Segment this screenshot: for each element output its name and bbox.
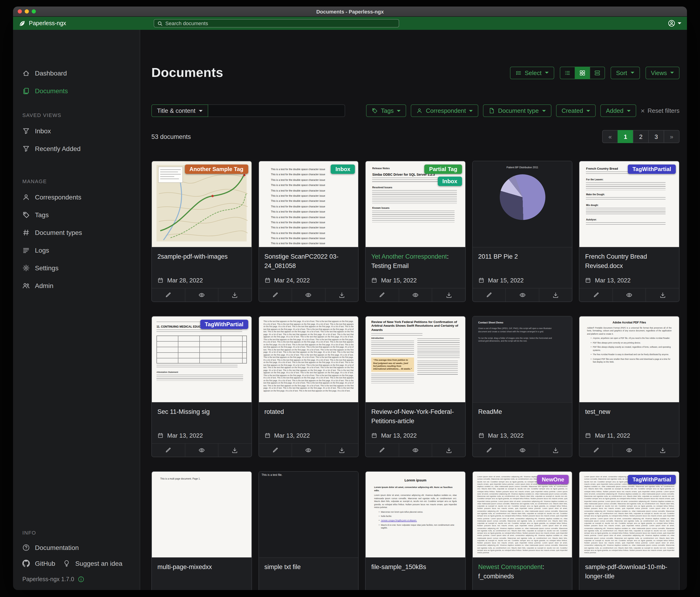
document-card[interactable]: Review of New York Federal Petitions for… <box>365 316 466 457</box>
sidebar-item-github[interactable]: GitHub <box>13 555 59 571</box>
download-button[interactable] <box>218 444 251 457</box>
document-thumbnail[interactable]: Contact Sheet Demo Given a set of image … <box>473 316 572 403</box>
document-thumbnail[interactable]: Release Notes Simba ODBC Driver for SQL … <box>366 161 465 247</box>
view-details-button[interactable] <box>590 66 605 79</box>
search-input[interactable] <box>165 21 395 26</box>
preview-button[interactable] <box>398 288 432 302</box>
document-thumbnail[interactable]: This is a test file. <box>259 472 358 558</box>
document-card[interactable]: Contact Sheet Demo Given a set of image … <box>472 316 573 457</box>
edit-button[interactable] <box>152 288 185 302</box>
info-circle-icon[interactable] <box>78 576 84 582</box>
sidebar-item-settings[interactable]: Settings <box>13 259 140 277</box>
document-card[interactable]: This is a test for the double space char… <box>258 161 359 302</box>
download-button[interactable] <box>325 444 358 457</box>
select-button[interactable]: Select <box>510 66 554 79</box>
preview-button[interactable] <box>292 444 325 457</box>
download-button[interactable] <box>432 444 465 457</box>
sidebar-item-logs[interactable]: Logs <box>13 241 140 259</box>
page-3-button[interactable]: 3 <box>648 130 664 143</box>
edit-button[interactable] <box>580 444 612 457</box>
filter-created-button[interactable]: Created <box>556 104 596 117</box>
document-thumbnail[interactable]: Another Sample Tag <box>152 161 251 247</box>
filter-correspondent-button[interactable]: Correspondent <box>411 104 478 117</box>
download-button[interactable] <box>218 288 251 302</box>
tag-badge[interactable]: Another Sample Tag <box>185 165 248 174</box>
document-card[interactable]: Patient BP Distribution 2011 2011 BP Pie… <box>472 161 573 302</box>
edit-button[interactable] <box>366 288 398 302</box>
document-thumbnail[interactable]: French Country BreadFor the Leaven:Make … <box>580 161 679 247</box>
document-card[interactable]: This is a multi page document. Page 1. m… <box>151 471 252 590</box>
card-correspondent[interactable]: Newest Correspondent <box>478 564 543 570</box>
document-card[interactable]: 11. CONTINUING MEDICAL EDUCATION Attesta… <box>151 316 252 457</box>
document-card[interactable]: This is a test file. simple txt file <box>258 471 359 590</box>
document-card[interactable]: Another Sample Tag 2sample-pdf-with-imag… <box>151 161 252 302</box>
user-menu[interactable] <box>668 20 681 27</box>
document-thumbnail[interactable]: This is a test for the double space char… <box>259 161 358 247</box>
preview-button[interactable] <box>292 288 325 302</box>
edit-button[interactable] <box>259 444 292 457</box>
tag-badge[interactable]: TagWithPartial <box>200 320 248 329</box>
edit-button[interactable] <box>152 444 185 457</box>
sidebar-item-document-types[interactable]: Document types <box>13 224 140 241</box>
page-prev-button[interactable]: « <box>602 130 618 143</box>
tag-badge[interactable]: NewOne <box>537 475 569 484</box>
zoom-window-button[interactable] <box>32 9 36 14</box>
sidebar-item-dashboard[interactable]: Dashboard <box>13 64 140 82</box>
tag-badge[interactable]: Inbox <box>438 176 462 186</box>
document-thumbnail[interactable]: Patient BP Distribution 2011 <box>473 161 572 247</box>
document-card[interactable]: Adobe Acrobat PDF Files Adobe® Portable … <box>579 316 679 457</box>
reset-filters-button[interactable]: × Reset filters <box>641 107 679 114</box>
edit-button[interactable] <box>473 288 505 302</box>
preview-button[interactable] <box>185 288 218 302</box>
tag-badge[interactable]: Inbox <box>331 165 355 174</box>
edit-button[interactable] <box>366 444 398 457</box>
global-search[interactable] <box>154 19 399 27</box>
close-window-button[interactable] <box>18 9 22 14</box>
document-card[interactable]: Lorem ipsum dolor sit amet, consectetur … <box>579 471 679 590</box>
title-content-dropdown[interactable]: Title & content <box>151 104 208 117</box>
document-thumbnail[interactable]: This is a multi page document. Page 1. <box>152 472 251 558</box>
document-thumbnail[interactable]: Lorem ipsum dolor sit amet, consectetur … <box>580 472 679 558</box>
preview-button[interactable] <box>505 444 539 457</box>
page-2-button[interactable]: 2 <box>633 130 649 143</box>
document-card[interactable]: Lorem ipsum Lorem ipsum dolor sit amet, … <box>365 471 466 590</box>
sidebar-item-recently-added[interactable]: Recently Added <box>13 140 140 158</box>
filter-tags-button[interactable]: Tags <box>366 104 406 117</box>
sidebar-item-documents[interactable]: Documents <box>13 82 140 100</box>
preview-button[interactable] <box>398 444 432 457</box>
preview-button[interactable] <box>612 288 646 302</box>
views-button[interactable]: Views <box>645 66 679 79</box>
preview-button[interactable] <box>505 288 539 302</box>
download-button[interactable] <box>539 288 572 302</box>
filter-added-button[interactable]: Added <box>600 104 636 117</box>
minimize-window-button[interactable] <box>25 9 29 14</box>
preview-button[interactable] <box>612 444 646 457</box>
sidebar-item-suggest-idea[interactable]: Suggest an idea <box>59 555 126 571</box>
edit-button[interactable] <box>473 444 505 457</box>
sidebar-item-documentation[interactable]: Documentation <box>13 540 140 555</box>
document-thumbnail[interactable]: Adobe Acrobat PDF Files Adobe® Portable … <box>580 316 679 403</box>
preview-button[interactable] <box>185 444 218 457</box>
view-list-button[interactable] <box>559 66 575 79</box>
document-card[interactable]: French Country BreadFor the Leaven:Make … <box>579 161 679 302</box>
view-grid-button[interactable] <box>574 66 590 79</box>
sidebar-item-correspondents[interactable]: Correspondents <box>13 188 140 206</box>
document-card[interactable]: Lorem ipsum dolor sit amet, consectetur … <box>472 471 573 590</box>
document-thumbnail[interactable]: 11. CONTINUING MEDICAL EDUCATION Attesta… <box>152 316 251 403</box>
tag-badge[interactable]: TagWithPartial <box>628 475 676 484</box>
download-button[interactable] <box>539 444 572 457</box>
download-button[interactable] <box>646 444 679 457</box>
document-card[interactable]: This is the text that appears on the fir… <box>258 316 359 457</box>
edit-button[interactable] <box>580 288 612 302</box>
filter-query-input[interactable] <box>208 104 345 117</box>
sidebar-item-admin[interactable]: Admin <box>13 277 140 294</box>
download-button[interactable] <box>325 288 358 302</box>
document-thumbnail[interactable]: Lorem ipsum Lorem ipsum dolor sit amet, … <box>366 472 465 558</box>
tag-badge[interactable]: TagWithPartial <box>628 165 676 174</box>
card-correspondent[interactable]: Yet Another Correspondent <box>371 253 447 260</box>
download-button[interactable] <box>432 288 465 302</box>
document-thumbnail[interactable]: This is the text that appears on the fir… <box>259 316 358 403</box>
document-thumbnail[interactable]: Lorem ipsum dolor sit amet, consectetur … <box>473 472 572 558</box>
download-button[interactable] <box>646 288 679 302</box>
sort-button[interactable]: Sort <box>610 66 640 79</box>
